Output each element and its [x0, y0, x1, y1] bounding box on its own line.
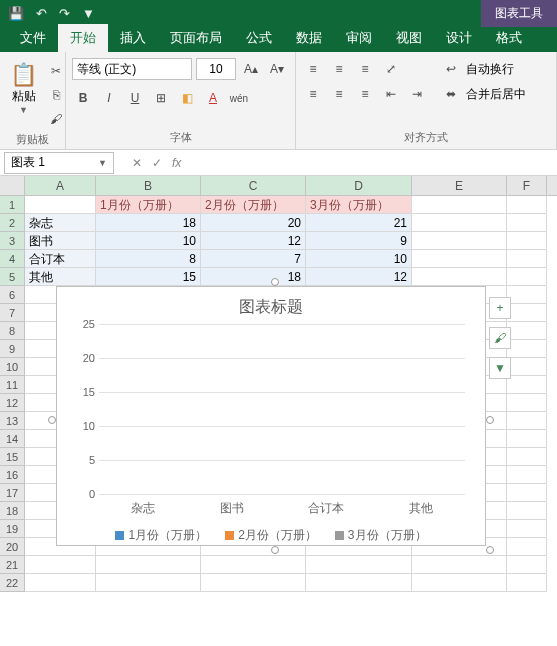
tab-home[interactable]: 开始 — [58, 24, 108, 52]
name-box[interactable]: 图表 1 ▼ — [4, 152, 114, 174]
row-header[interactable]: 3 — [0, 232, 25, 250]
cell[interactable] — [507, 466, 547, 484]
copy-icon[interactable]: ⎘ — [45, 84, 67, 106]
select-all-corner[interactable] — [0, 176, 25, 195]
cell[interactable]: 7 — [201, 250, 306, 268]
cell[interactable]: 合订本 — [25, 250, 96, 268]
cell[interactable] — [201, 556, 306, 574]
cell[interactable] — [25, 556, 96, 574]
cell[interactable] — [96, 574, 201, 592]
paste-button[interactable]: 📋 粘贴 ▼ — [6, 58, 41, 119]
cell[interactable] — [412, 574, 507, 592]
spreadsheet-grid[interactable]: A B C D E F 11月份（万册）2月份（万册）3月份（万册）2杂志182… — [0, 176, 557, 592]
fill-color-icon[interactable]: ◧ — [176, 87, 198, 109]
cell[interactable] — [507, 448, 547, 466]
col-header-d[interactable]: D — [306, 176, 412, 195]
row-header[interactable]: 18 — [0, 502, 25, 520]
cell[interactable] — [412, 196, 507, 214]
legend-item[interactable]: 1月份（万册） — [115, 527, 207, 544]
italic-button[interactable]: I — [98, 87, 120, 109]
cell[interactable] — [25, 574, 96, 592]
col-header-e[interactable]: E — [412, 176, 507, 195]
cell[interactable] — [507, 214, 547, 232]
tab-layout[interactable]: 页面布局 — [158, 24, 234, 52]
cell[interactable]: 10 — [306, 250, 412, 268]
row-header[interactable]: 12 — [0, 394, 25, 412]
row-header[interactable]: 8 — [0, 322, 25, 340]
font-size-select[interactable] — [196, 58, 236, 80]
cell[interactable] — [507, 196, 547, 214]
merge-icon[interactable]: ⬌ — [440, 83, 462, 105]
cell[interactable] — [507, 376, 547, 394]
cell[interactable] — [507, 340, 547, 358]
increase-font-icon[interactable]: A▴ — [240, 58, 262, 80]
tab-design[interactable]: 设计 — [434, 24, 484, 52]
chart-filter-button[interactable]: ▼ — [489, 357, 511, 379]
cell[interactable]: 杂志 — [25, 214, 96, 232]
cell[interactable] — [507, 430, 547, 448]
cell[interactable] — [507, 232, 547, 250]
cell[interactable] — [306, 556, 412, 574]
cell[interactable]: 21 — [306, 214, 412, 232]
row-header[interactable]: 11 — [0, 376, 25, 394]
cell[interactable]: 2月份（万册） — [201, 196, 306, 214]
cell[interactable]: 其他 — [25, 268, 96, 286]
wrap-text-label[interactable]: 自动换行 — [466, 61, 514, 78]
row-header[interactable]: 21 — [0, 556, 25, 574]
qat-dropdown-icon[interactable]: ▼ — [82, 6, 95, 21]
row-header[interactable]: 4 — [0, 250, 25, 268]
merge-label[interactable]: 合并后居中 — [466, 86, 526, 103]
row-header[interactable]: 16 — [0, 466, 25, 484]
cell[interactable] — [507, 574, 547, 592]
row-header[interactable]: 17 — [0, 484, 25, 502]
cell[interactable] — [507, 286, 547, 304]
cell[interactable] — [507, 556, 547, 574]
font-name-select[interactable] — [72, 58, 192, 80]
tab-data[interactable]: 数据 — [284, 24, 334, 52]
indent-decrease-icon[interactable]: ⇤ — [380, 83, 402, 105]
indent-increase-icon[interactable]: ⇥ — [406, 83, 428, 105]
cell[interactable]: 8 — [96, 250, 201, 268]
cell[interactable] — [507, 502, 547, 520]
fx-icon[interactable]: fx — [172, 156, 181, 170]
cell[interactable]: 18 — [96, 214, 201, 232]
chart-styles-button[interactable]: 🖌 — [489, 327, 511, 349]
row-header[interactable]: 6 — [0, 286, 25, 304]
row-header[interactable]: 20 — [0, 538, 25, 556]
undo-icon[interactable]: ↶ — [36, 6, 47, 21]
row-header[interactable]: 5 — [0, 268, 25, 286]
format-painter-icon[interactable]: 🖌 — [45, 108, 67, 130]
tab-review[interactable]: 审阅 — [334, 24, 384, 52]
row-header[interactable]: 9 — [0, 340, 25, 358]
embedded-chart[interactable]: 图表标题 0510152025 杂志图书合订本其他 1月份（万册）2月份（万册）… — [56, 286, 486, 546]
row-header[interactable]: 19 — [0, 520, 25, 538]
cell[interactable]: 12 — [201, 232, 306, 250]
row-header[interactable]: 7 — [0, 304, 25, 322]
col-header-f[interactable]: F — [507, 176, 547, 195]
formula-cancel-icon[interactable]: ✕ — [132, 156, 142, 170]
paste-dropdown-icon[interactable]: ▼ — [19, 105, 28, 115]
align-middle-icon[interactable]: ≡ — [328, 58, 350, 80]
cell[interactable] — [507, 412, 547, 430]
row-header[interactable]: 13 — [0, 412, 25, 430]
align-left-icon[interactable]: ≡ — [302, 83, 324, 105]
cell[interactable] — [507, 268, 547, 286]
border-icon[interactable]: ⊞ — [150, 87, 172, 109]
cell[interactable] — [507, 358, 547, 376]
cell[interactable] — [412, 556, 507, 574]
align-right-icon[interactable]: ≡ — [354, 83, 376, 105]
row-header[interactable]: 1 — [0, 196, 25, 214]
align-bottom-icon[interactable]: ≡ — [354, 58, 376, 80]
decrease-font-icon[interactable]: A▾ — [266, 58, 288, 80]
namebox-dropdown-icon[interactable]: ▼ — [98, 158, 107, 168]
cell[interactable] — [507, 250, 547, 268]
cell[interactable]: 1月份（万册） — [96, 196, 201, 214]
underline-button[interactable]: U — [124, 87, 146, 109]
cut-icon[interactable]: ✂ — [45, 60, 67, 82]
col-header-b[interactable]: B — [96, 176, 201, 195]
orientation-icon[interactable]: ⤢ — [380, 58, 402, 80]
legend-item[interactable]: 3月份（万册） — [335, 527, 427, 544]
cell[interactable] — [306, 574, 412, 592]
cell[interactable]: 15 — [96, 268, 201, 286]
font-color-icon[interactable]: A — [202, 87, 224, 109]
